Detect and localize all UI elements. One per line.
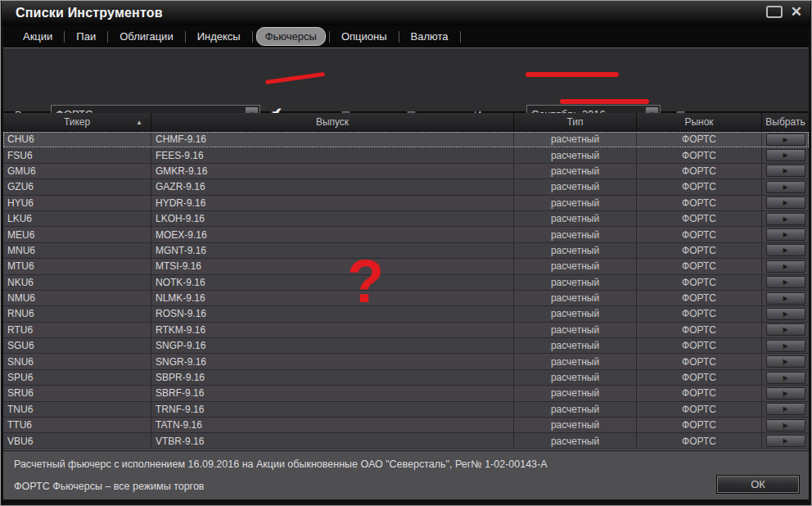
cell-market: ФОРТС xyxy=(637,275,762,290)
column-header-select[interactable]: Выбрать xyxy=(762,113,809,131)
select-row-button[interactable]: ▶ xyxy=(766,149,805,161)
select-row-button[interactable]: ▶ xyxy=(766,340,805,352)
table-row[interactable]: TTU6TATN-9.16расчетныйФОРТС▶ xyxy=(3,418,809,433)
select-row-button[interactable]: ▶ xyxy=(766,308,805,320)
tab-funds[interactable]: Паи xyxy=(68,28,104,45)
table-row[interactable]: SRU6SBRF-9.16расчетныйФОРТС▶ xyxy=(3,386,809,401)
select-row-button[interactable]: ▶ xyxy=(766,228,805,241)
cell-type: расчетный xyxy=(514,418,637,432)
ok-button[interactable]: ОК xyxy=(717,476,799,493)
table-row[interactable]: RNU6ROSN-9.16расчетныйФОРТС▶ xyxy=(3,306,809,322)
cell-select: ▶ xyxy=(762,291,809,305)
select-row-button[interactable]: ▶ xyxy=(766,435,805,447)
select-row-button[interactable]: ▶ xyxy=(766,133,805,146)
cell-type: расчетный xyxy=(514,196,637,210)
cell-market: ФОРТС xyxy=(637,386,762,400)
cell-select: ▶ xyxy=(762,306,809,321)
column-header-issue[interactable]: Выпуск xyxy=(151,113,514,131)
cell-type: расчетный xyxy=(514,433,637,448)
cell-select: ▶ xyxy=(762,132,809,147)
cell-ticker: NMU6 xyxy=(3,291,151,305)
cell-type: расчетный xyxy=(514,354,637,368)
table-row[interactable]: MEU6MOEX-9.16расчетныйФОРТС▶ xyxy=(3,227,809,242)
cell-ticker: FSU6 xyxy=(3,147,151,162)
tab-currency[interactable]: Валюта xyxy=(403,28,457,45)
cell-ticker: RTU6 xyxy=(3,323,151,337)
select-row-button[interactable]: ▶ xyxy=(766,372,805,384)
column-header-market[interactable]: Рынок xyxy=(637,113,762,131)
table-row[interactable]: GMU6GMKR-9.16расчетныйФОРТС▶ xyxy=(3,164,809,179)
cell-type: расчетный xyxy=(514,259,637,273)
status-bar: Расчетный фьючерс с исполнением 16.09.20… xyxy=(3,451,809,499)
tab-futures[interactable]: Фьючерсы xyxy=(256,27,326,46)
close-icon[interactable]: ✕ xyxy=(791,6,802,18)
cell-select: ▶ xyxy=(762,243,809,258)
cell-type: расчетный xyxy=(514,386,637,400)
select-row-button[interactable]: ▶ xyxy=(766,181,805,193)
sort-ascending-icon: ▲ xyxy=(136,119,142,126)
cell-type: расчетный xyxy=(514,147,637,162)
table-row[interactable]: CHU6CHMF-9.16расчетныйФОРТС▶ xyxy=(3,132,809,147)
table-row[interactable]: NMU6NLMK-9.16расчетныйФОРТС▶ xyxy=(3,291,809,306)
status-line-market: ФОРТС Фьючерсы – все режимы торгов xyxy=(14,481,205,492)
column-header-type[interactable]: Тип xyxy=(514,113,637,131)
select-row-button[interactable]: ▶ xyxy=(766,355,805,368)
select-row-button[interactable]: ▶ xyxy=(766,260,805,273)
select-row-button[interactable]: ▶ xyxy=(766,244,805,256)
cell-type: расчетный xyxy=(514,164,637,178)
cell-type: расчетный xyxy=(514,275,637,290)
table-row[interactable]: SGU6SNGP-9.16расчетныйФОРТС▶ xyxy=(3,338,809,354)
cell-type: расчетный xyxy=(514,211,637,226)
cell-market: ФОРТС xyxy=(637,306,762,321)
table-row[interactable]: SNU6SNGR-9.16расчетныйФОРТС▶ xyxy=(3,354,809,369)
select-row-button[interactable]: ▶ xyxy=(766,292,805,305)
tab-separator xyxy=(252,31,253,43)
table-row[interactable]: NKU6NOTK-9.16расчетныйФОРТС▶ xyxy=(3,275,809,291)
tab-indices[interactable]: Индексы xyxy=(189,28,249,45)
cell-issue: GMKR-9.16 xyxy=(151,164,514,178)
table-row[interactable]: HYU6HYDR-9.16расчетныйФОРТС▶ xyxy=(3,196,809,211)
table-row[interactable]: MTU6MTSI-9.16расчетныйФОРТС▶ xyxy=(3,259,809,274)
cell-ticker: SPU6 xyxy=(3,370,151,385)
cell-issue: SBPR-9.16 xyxy=(151,370,514,385)
select-row-button[interactable]: ▶ xyxy=(766,323,805,336)
select-row-button[interactable]: ▶ xyxy=(766,276,805,288)
select-row-button[interactable]: ▶ xyxy=(766,213,805,225)
table-row[interactable]: VBU6VTBR-9.16расчетныйФОРТС▶ xyxy=(3,433,809,449)
select-row-button[interactable]: ▶ xyxy=(766,165,805,177)
select-row-button[interactable]: ▶ xyxy=(766,419,805,431)
tab-options[interactable]: Опционы xyxy=(333,28,395,45)
cell-ticker: NKU6 xyxy=(3,275,151,290)
cell-market: ФОРТС xyxy=(637,196,762,210)
cell-market: ФОРТС xyxy=(637,418,762,432)
cell-select: ▶ xyxy=(762,402,809,417)
cell-market: ФОРТС xyxy=(637,323,762,337)
cell-market: ФОРТС xyxy=(637,179,762,194)
filter-panel: Рынок ФОРТС ▼ Выпуск Исполнение Сентябрь… xyxy=(3,47,809,112)
table-row[interactable]: LKU6LKOH-9.16расчетныйФОРТС▶ xyxy=(3,211,809,227)
table-row[interactable]: FSU6FEES-9.16расчетныйФОРТС▶ xyxy=(3,147,809,163)
tab-separator xyxy=(329,31,330,43)
table-row[interactable]: MNU6MGNT-9.16расчетныйФОРТС▶ xyxy=(3,243,809,259)
cell-ticker: GMU6 xyxy=(3,164,151,178)
cell-market: ФОРТС xyxy=(637,402,762,417)
cell-market: ФОРТС xyxy=(637,291,762,305)
column-header-ticker[interactable]: Тикер ▲ xyxy=(3,113,151,131)
table-row[interactable]: SPU6SBPR-9.16расчетныйФОРТС▶ xyxy=(3,370,809,386)
restore-icon[interactable] xyxy=(766,6,783,18)
select-row-button[interactable]: ▶ xyxy=(766,403,805,415)
tab-stocks[interactable]: Акции xyxy=(15,28,61,45)
cell-issue: SBRF-9.16 xyxy=(151,386,514,400)
table-row[interactable]: TNU6TRNF-9.16расчетныйФОРТС▶ xyxy=(3,402,809,418)
tab-bonds[interactable]: Облигации xyxy=(111,28,181,45)
cell-market: ФОРТС xyxy=(637,433,762,448)
cell-select: ▶ xyxy=(762,227,809,242)
select-row-button[interactable]: ▶ xyxy=(766,197,805,209)
table-row[interactable]: GZU6GAZR-9.16расчетныйФОРТС▶ xyxy=(3,179,809,195)
cell-select: ▶ xyxy=(762,275,809,290)
cell-market: ФОРТС xyxy=(637,227,762,242)
title-bar: Списки Инструментов ✕ xyxy=(2,1,810,25)
table-row[interactable]: RTU6RTKM-9.16расчетныйФОРТС▶ xyxy=(3,323,809,338)
select-row-button[interactable]: ▶ xyxy=(766,387,805,400)
cell-type: расчетный xyxy=(514,323,637,337)
